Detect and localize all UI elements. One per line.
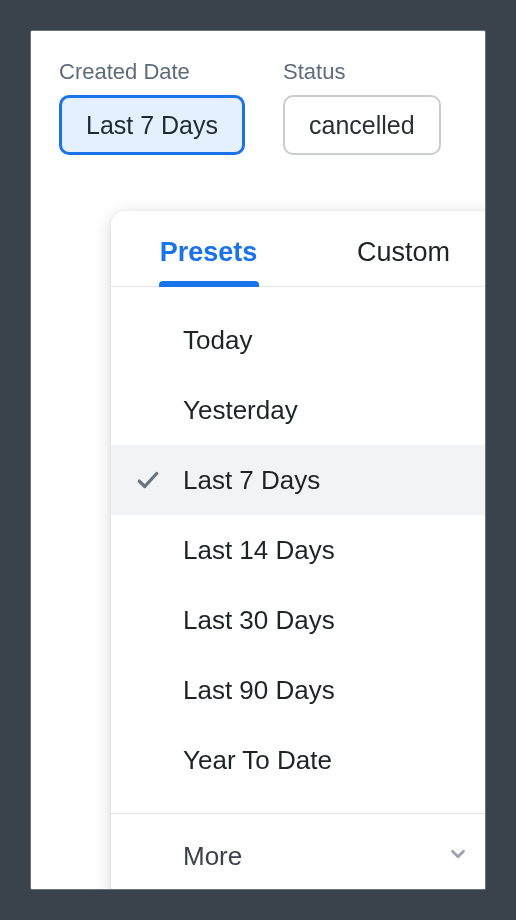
option-label: Last 14 Days	[183, 535, 335, 566]
tab-custom[interactable]: Custom	[306, 237, 486, 286]
option-last-7-days[interactable]: Last 7 Days	[111, 445, 486, 515]
status-label: Status	[283, 59, 441, 85]
date-presets-dropdown: Presets Custom Today Yesterday Last 7 Da…	[111, 211, 486, 890]
filter-row: Created Date Last 7 Days Status cancelle…	[59, 59, 485, 155]
option-last-90-days[interactable]: Last 90 Days	[111, 655, 486, 725]
tab-presets[interactable]: Presets	[111, 237, 306, 286]
more-button[interactable]: More	[111, 813, 486, 890]
filter-group-status: Status cancelled	[283, 59, 441, 155]
status-button[interactable]: cancelled	[283, 95, 441, 155]
option-label: Last 30 Days	[183, 605, 335, 636]
created-date-label: Created Date	[59, 59, 245, 85]
more-label: More	[183, 841, 242, 872]
option-label: Year To Date	[183, 745, 332, 776]
check-icon	[135, 467, 183, 493]
option-year-to-date[interactable]: Year To Date	[111, 725, 486, 795]
option-last-14-days[interactable]: Last 14 Days	[111, 515, 486, 585]
option-last-30-days[interactable]: Last 30 Days	[111, 585, 486, 655]
option-label: Today	[183, 325, 252, 356]
chevron-down-icon	[447, 841, 469, 872]
option-today[interactable]: Today	[111, 305, 486, 375]
dropdown-tabs: Presets Custom	[111, 211, 486, 287]
option-label: Yesterday	[183, 395, 298, 426]
option-label: Last 7 Days	[183, 465, 320, 496]
option-list: Today Yesterday Last 7 Days Last 14 Days…	[111, 287, 486, 813]
created-date-button[interactable]: Last 7 Days	[59, 95, 245, 155]
filter-group-created-date: Created Date Last 7 Days	[59, 59, 245, 155]
option-label: Last 90 Days	[183, 675, 335, 706]
filter-panel: Created Date Last 7 Days Status cancelle…	[30, 30, 486, 890]
option-yesterday[interactable]: Yesterday	[111, 375, 486, 445]
